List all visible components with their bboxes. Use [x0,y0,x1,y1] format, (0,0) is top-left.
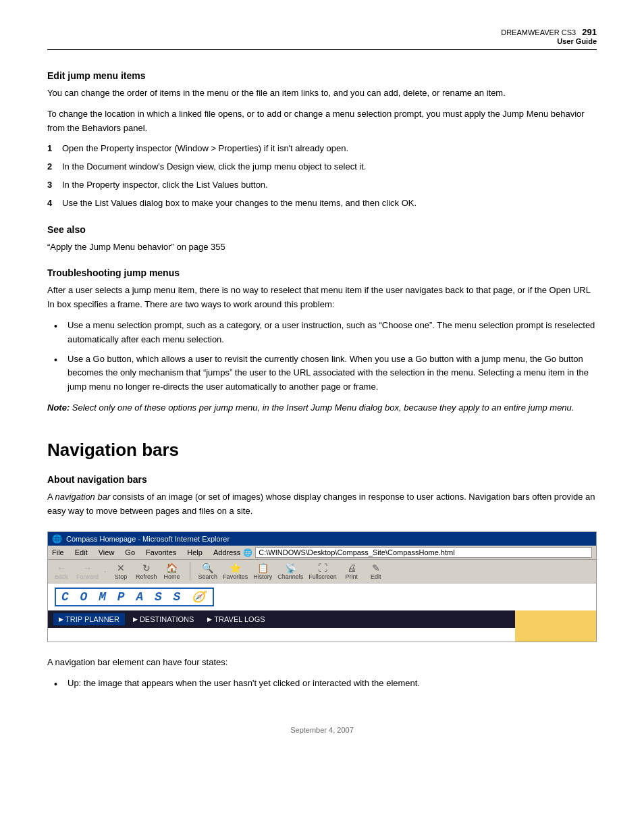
print-label: Print [345,573,358,580]
forward-label: Forward [76,573,99,580]
nav-arrow-1: ▶ [59,616,63,623]
see-also-heading: See also [47,224,597,235]
edit-label: Edit [371,573,381,580]
compass-logo-icon: 🧭 [192,592,207,604]
note-label: Note: [47,402,70,413]
states-list: Up: the image that appears when the user… [54,677,597,692]
note-paragraph: Note: Select only one of these options p… [47,401,597,415]
header-text: DREAMWEAVER CS3 291 User Guide [501,27,597,45]
home-label: Home [164,573,180,580]
see-also-section: See also “Apply the Jump Menu behavior” … [47,224,597,255]
menu-edit[interactable]: Edit [75,548,88,556]
favorites-label: Favorites [223,573,248,580]
search-label: Search [198,573,218,580]
stop-icon: ✕ [117,563,125,573]
yellow-placeholder [515,610,596,642]
edit-jump-menu-section: Edit jump menu items You can change the … [47,70,597,211]
toolbar-separator1 [190,562,190,581]
address-input[interactable]: C:\WINDOWS\Desktop\Compass_Site\CompassH… [255,547,592,558]
edit-jump-para2: To change the location in which a linked… [47,107,597,136]
state-up: Up: the image that appears when the user… [54,677,597,692]
browser-page: C O M P A S S 🧭 ▶ TRIP PLANNER ▶ DESTINA… [48,583,596,642]
bullet-2: Use a Go button, which allows a user to … [54,353,597,394]
toolbar-print[interactable]: 🖨 Print [342,563,361,580]
menu-go[interactable]: Go [125,548,135,556]
step-3: 3 In the Property inspector, click the L… [47,178,597,192]
product-name: DREAMWEAVER CS3 [501,28,576,36]
page-footer: September 4, 2007 [47,719,597,734]
steps-list: 1 Open the Property inspector (Window > … [47,142,597,210]
toolbar-refresh[interactable]: ↻ Refresh [136,563,157,580]
nav-bars-heading: Navigation bars [47,440,597,461]
nav-trip-planner[interactable]: ▶ TRIP PLANNER [53,613,125,625]
toolbar-forward[interactable]: → Forward [76,563,99,580]
nav-arrow-3: ▶ [207,616,212,623]
troubleshooting-heading: Troubleshooting jump menus [47,267,597,278]
toolbar-edit[interactable]: ✎ Edit [367,563,385,580]
nav-arrow-2: ▶ [133,616,138,623]
toolbar-stop[interactable]: ✕ Stop [111,563,130,580]
browser-content: C O M P A S S 🧭 ▶ TRIP PLANNER ▶ DESTINA… [48,583,596,642]
menu-help[interactable]: Help [187,548,203,556]
history-label: History [253,573,272,580]
nav-destinations[interactable]: ▶ DESTINATIONS [128,613,199,625]
footer-date: September 4, 2007 [290,726,354,734]
edit-icon: ✎ [372,563,380,573]
edit-jump-menu-heading: Edit jump menu items [47,70,597,81]
browser-toolbar: ← Back → Forward · ✕ Stop ↻ Refresh 🏠 [48,560,596,583]
toolbar-favorites[interactable]: ⭐ Favorites [223,563,248,580]
step-4: 4 Use the List Values dialog box to make… [47,197,597,211]
menu-file[interactable]: File [52,548,64,556]
toolbar-search[interactable]: 🔍 Search [198,563,218,580]
separator1: · [104,567,106,575]
compass-logo: C O M P A S S 🧭 [55,588,214,606]
edit-jump-para1: You can change the order of items in the… [47,86,597,101]
browser-screenshot: 🌐 Compass Homepage - Microsoft Internet … [47,531,597,642]
menu-view[interactable]: View [99,548,115,556]
toolbar-back[interactable]: ← Back [52,563,71,580]
browser-icon: 🌐 [52,534,62,544]
address-label: Address [213,548,240,556]
nav-travel-logs[interactable]: ▶ TRAVEL LOGS [202,613,270,625]
stop-label: Stop [115,573,128,580]
nav-travel-logs-label: TRAVEL LOGS [214,615,265,623]
nav-bar-italic: navigation bar [55,492,111,502]
back-icon: ← [57,563,66,573]
toolbar-fullscreen[interactable]: ⛶ Fullscreen [308,563,337,580]
fullscreen-icon: ⛶ [318,563,327,573]
browser-title: Compass Homepage - Microsoft Internet Ex… [66,535,230,543]
search-icon: 🔍 [202,563,213,573]
step-2: 2 In the Document window's Design view, … [47,160,597,174]
troubleshooting-bullets: Use a menu selection prompt, such as a c… [54,319,597,394]
note-text: Select only one of these options per jum… [70,402,574,413]
troubleshooting-para1: After a user selects a jump menu item, t… [47,284,597,312]
troubleshooting-section: Troubleshooting jump menus After a user … [47,267,597,415]
bullet-1: Use a menu selection prompt, such as a c… [54,319,597,347]
about-nav-bars-heading: About navigation bars [47,474,597,485]
nav-bars-para2: A navigation bar element can have four s… [47,656,597,670]
channels-icon: 📡 [285,563,296,573]
browser-bottom-space [48,628,596,642]
page-number: 291 [582,27,597,37]
toolbar-history[interactable]: 📋 History [253,563,272,580]
page-header: DREAMWEAVER CS3 291 User Guide [47,27,597,50]
compass-header: C O M P A S S 🧭 [48,583,596,610]
print-icon: 🖨 [347,563,356,573]
step-1: 1 Open the Property inspector (Window > … [47,142,597,156]
browser-title-bar: 🌐 Compass Homepage - Microsoft Internet … [48,532,596,546]
favorites-icon: ⭐ [230,563,241,573]
browser-menu-bar: File Edit View Go Favorites Help Address… [48,546,596,560]
menu-favorites[interactable]: Favorites [146,548,176,556]
compass-nav-bar: ▶ TRIP PLANNER ▶ DESTINATIONS ▶ TRAVEL L… [48,610,596,628]
nav-trip-planner-label: TRIP PLANNER [65,615,119,623]
home-icon: 🏠 [166,563,178,573]
guide-name: User Guide [557,37,597,45]
address-icon: 🌐 [243,548,252,557]
refresh-label: Refresh [136,573,157,580]
toolbar-home[interactable]: 🏠 Home [163,563,182,580]
see-also-text: “Apply the Jump Menu behavior” on page 3… [47,240,597,255]
nav-destinations-label: DESTINATIONS [140,615,194,623]
forward-icon: → [83,563,92,573]
toolbar-channels[interactable]: 📡 Channels [277,563,303,580]
nav-bars-para1: A navigation bar consists of an image (o… [47,490,597,519]
